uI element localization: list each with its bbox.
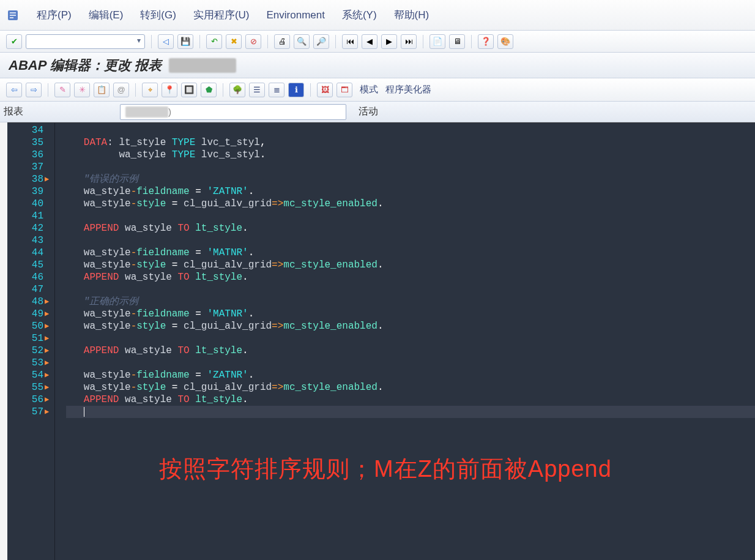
code-line[interactable]: wa_style-fieldname = 'ZATNR'. bbox=[66, 185, 755, 198]
hierarchy-icon[interactable]: 🌳 bbox=[229, 83, 245, 97]
code-line[interactable]: wa_style-fieldname = 'MATNR'. bbox=[66, 247, 755, 259]
report-name-field[interactable]: ) bbox=[120, 104, 346, 120]
where-used-icon[interactable]: ⌖ bbox=[142, 83, 158, 97]
code-line[interactable] bbox=[66, 234, 755, 247]
separator bbox=[151, 35, 152, 48]
standard-toolbar: ✔ ◁ 💾 ↶ ✖ ⊘ 🖨 🔍 🔎 ⏮ ◀ ▶ ⏭ 📄 🖥 ❓ 🎨 bbox=[0, 31, 755, 53]
back-button[interactable]: ◁ bbox=[158, 34, 174, 49]
separator bbox=[335, 35, 336, 48]
list-icon[interactable]: ≣ bbox=[269, 83, 285, 97]
page-title-bar: ABAP 编辑器：更改 报表 bbox=[0, 53, 755, 78]
last-page-icon[interactable]: ⏭ bbox=[401, 34, 417, 49]
screen1-icon[interactable]: 🖼 bbox=[317, 83, 333, 97]
separator bbox=[135, 83, 136, 97]
code-line[interactable]: APPEND wa_style TO lt_style. bbox=[66, 271, 755, 283]
other-object-icon[interactable]: 📋 bbox=[94, 83, 110, 97]
code-line[interactable] bbox=[66, 161, 755, 173]
new-session-icon[interactable]: 📄 bbox=[430, 34, 445, 49]
activate-icon[interactable]: ✳ bbox=[74, 83, 90, 97]
layout-icon[interactable]: 🖥 bbox=[449, 34, 465, 49]
menu-utilities[interactable]: 实用程序(U) bbox=[193, 8, 250, 22]
editor-gutter[interactable]: 3435363738▶39404142434445464748▶49▶50▶51… bbox=[7, 123, 55, 560]
code-line[interactable]: APPEND wa_style TO lt_style. bbox=[66, 345, 755, 357]
code-line[interactable]: wa_style-fieldname = 'MATNR'. bbox=[66, 308, 755, 320]
screen2-icon[interactable]: 🗔 bbox=[337, 83, 352, 97]
pattern-button[interactable]: 模式 bbox=[360, 84, 378, 95]
separator bbox=[310, 83, 311, 97]
struct-icon[interactable]: ☰ bbox=[249, 83, 265, 97]
code-line[interactable] bbox=[66, 124, 755, 136]
set-marker-icon[interactable]: 📍 bbox=[162, 83, 177, 97]
code-line[interactable]: wa_style-style = cl_gui_alv_grid=>mc_sty… bbox=[66, 259, 755, 271]
enhance-icon[interactable]: @ bbox=[113, 83, 129, 97]
separator bbox=[223, 83, 223, 97]
print-icon[interactable]: 🖨 bbox=[274, 34, 290, 49]
separator bbox=[423, 35, 423, 48]
next-page-icon[interactable]: ▶ bbox=[381, 34, 397, 49]
code-line[interactable]: APPEND wa_style TO lt_style. bbox=[66, 222, 755, 234]
prev-page-icon[interactable]: ◀ bbox=[362, 34, 378, 49]
info-icon[interactable]: ℹ bbox=[288, 83, 304, 97]
find-next-icon[interactable]: 🔎 bbox=[313, 34, 329, 49]
menu-bar: 程序(P) 编辑(E) 转到(G) 实用程序(U) Environment 系统… bbox=[0, 0, 755, 31]
report-name-suffix: ) bbox=[168, 106, 171, 117]
local-layout-icon[interactable]: 🎨 bbox=[497, 34, 513, 49]
menu-system[interactable]: 系统(Y) bbox=[342, 8, 377, 22]
breakpoint-icon[interactable]: ⬟ bbox=[201, 83, 217, 97]
code-line[interactable]: wa_style-style = cl_gui_alv_grid=>mc_sty… bbox=[66, 320, 755, 332]
code-line[interactable]: "错误的示例 bbox=[66, 173, 755, 185]
back-icon[interactable]: ↶ bbox=[206, 34, 222, 49]
code-line[interactable]: APPEND wa_style TO lt_style. bbox=[66, 394, 755, 406]
report-name-blurred bbox=[125, 106, 168, 118]
menu-environment[interactable]: Environment bbox=[267, 9, 325, 21]
code-line[interactable]: DATA: lt_style TYPE lvc_t_styl, bbox=[66, 136, 755, 149]
enter-button[interactable]: ✔ bbox=[6, 34, 22, 49]
save-button[interactable]: 💾 bbox=[177, 34, 193, 49]
code-line[interactable]: "正确的示例 bbox=[66, 296, 755, 308]
abap-editor: 3435363738▶39404142434445464748▶49▶50▶51… bbox=[7, 122, 755, 560]
app-icon[interactable] bbox=[6, 9, 20, 22]
app-toolbar: ⇦ ⇨ ✎ ✳ 📋 @ ⌖ 📍 🔲 ⬟ 🌳 ☰ ≣ ℹ 🖼 🗔 模式 程序美化器 bbox=[0, 78, 755, 102]
code-line[interactable]: wa_style-style = cl_gui_alv_grid=>mc_sty… bbox=[66, 381, 755, 394]
display-change-icon[interactable]: ✎ bbox=[54, 83, 70, 97]
annotation-overlay: 按照字符排序规则；M在Z的前面被Append bbox=[159, 463, 612, 475]
command-field[interactable] bbox=[26, 34, 145, 49]
program-name-redacted bbox=[169, 58, 236, 73]
help-icon[interactable]: ❓ bbox=[478, 34, 494, 49]
code-line[interactable] bbox=[66, 210, 755, 222]
menu-edit[interactable]: 编辑(E) bbox=[89, 8, 124, 22]
editor-code-area[interactable]: DATA: lt_style TYPE lvc_t_styl, wa_style… bbox=[55, 123, 755, 560]
find-icon[interactable]: 🔍 bbox=[294, 34, 310, 49]
menu-help[interactable]: 帮助(H) bbox=[394, 8, 430, 22]
display-obj-icon[interactable]: 🔲 bbox=[181, 83, 197, 97]
nav-back-icon[interactable]: ⇦ bbox=[6, 83, 22, 97]
report-bar: 报表 ) 活动 bbox=[0, 102, 755, 122]
menu-goto[interactable]: 转到(G) bbox=[140, 8, 176, 22]
exit-icon[interactable]: ✖ bbox=[226, 34, 242, 49]
code-line[interactable] bbox=[66, 283, 755, 296]
report-label: 报表 bbox=[4, 105, 120, 118]
separator bbox=[199, 35, 200, 48]
code-line[interactable]: wa_style-style = cl_gui_alv_grid=>mc_sty… bbox=[66, 198, 755, 210]
nav-forward-icon[interactable]: ⇨ bbox=[26, 83, 42, 97]
menu-program[interactable]: 程序(P) bbox=[37, 8, 72, 22]
code-line[interactable] bbox=[66, 406, 755, 418]
first-page-icon[interactable]: ⏮ bbox=[342, 34, 358, 49]
cancel-icon[interactable]: ⊘ bbox=[245, 34, 261, 49]
pretty-printer-button[interactable]: 程序美化器 bbox=[385, 84, 431, 95]
code-line[interactable] bbox=[66, 332, 755, 345]
separator bbox=[471, 35, 472, 48]
status-text: 活动 bbox=[359, 105, 378, 118]
separator bbox=[48, 83, 48, 97]
code-line[interactable]: wa_style TYPE lvc_s_styl. bbox=[66, 149, 755, 161]
code-line[interactable] bbox=[66, 357, 755, 369]
code-line[interactable]: wa_style-fieldname = 'ZATNR'. bbox=[66, 369, 755, 381]
page-title-text: ABAP 编辑器：更改 报表 bbox=[9, 56, 165, 75]
separator bbox=[267, 35, 268, 48]
